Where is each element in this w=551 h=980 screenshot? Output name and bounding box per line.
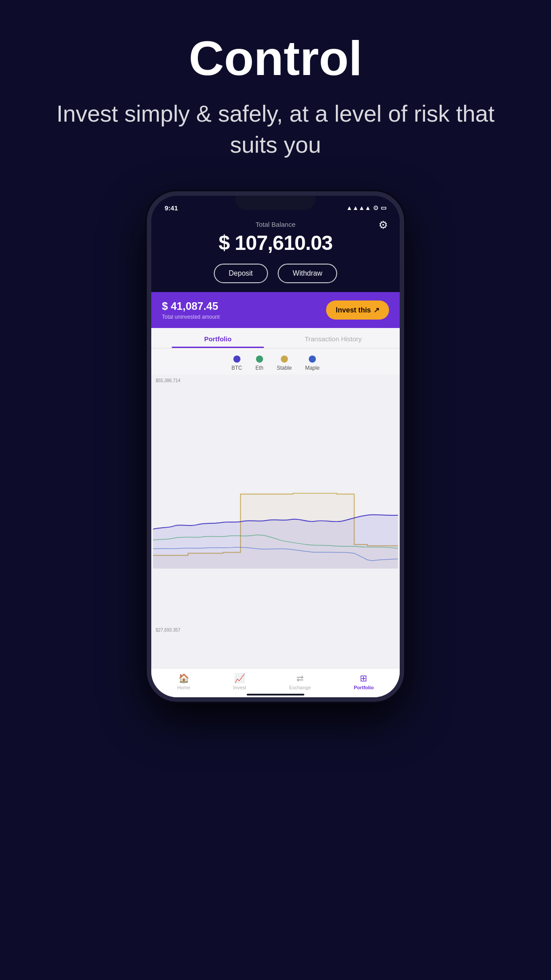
stable-dot [281, 356, 288, 363]
invest-this-button[interactable]: Invest this ↗ [326, 300, 389, 320]
banner-info: $ 41,087.45 Total uninvested amount [162, 300, 220, 320]
balance-amount: $ 107,610.03 [163, 231, 388, 255]
bottom-nav: 🏠 Home 📈 Invest ⇄ Exchange ⊞ Portfolio [151, 668, 400, 697]
invest-icon: 📈 [234, 673, 245, 684]
deposit-button[interactable]: Deposit [214, 264, 268, 283]
page-subtitle: Invest simply & safely, at a level of ri… [44, 98, 507, 160]
chart-svg [153, 375, 398, 666]
notch [236, 196, 315, 210]
invest-banner: $ 41,087.45 Total uninvested amount Inve… [151, 292, 400, 328]
legend-item-eth: Eth [256, 356, 264, 371]
banner-amount: $ 41,087.45 [162, 300, 220, 312]
settings-button[interactable]: ⚙ [378, 219, 388, 231]
portfolio-section: Portfolio Transaction History BTC [151, 328, 400, 697]
nav-portfolio-label: Portfolio [354, 685, 374, 690]
home-icon: 🏠 [178, 673, 189, 684]
stable-label: Stable [277, 365, 292, 371]
nav-item-invest[interactable]: 📈 Invest [233, 673, 246, 690]
portfolio-icon: ⊞ [360, 673, 367, 684]
btc-label: BTC [232, 365, 242, 371]
eth-label: Eth [256, 365, 264, 371]
phone-frame: 9:41 ▲▲▲▲ ⊙ ▭ ⚙ Total Balance $ 107,610.… [147, 191, 404, 702]
page-header: Control Invest simply & safely, at a lev… [0, 0, 551, 178]
status-icons: ▲▲▲▲ ⊙ ▭ [346, 204, 386, 211]
eth-dot [256, 356, 263, 363]
signal-icon: ▲▲▲▲ [346, 204, 371, 211]
action-buttons: Deposit Withdraw [163, 264, 388, 283]
tab-portfolio[interactable]: Portfolio [160, 328, 276, 348]
legend-item-stable: Stable [277, 356, 292, 371]
legend-item-maple: Maple [305, 356, 320, 371]
balance-label: Total Balance [163, 221, 388, 228]
btc-dot [233, 356, 240, 363]
battery-icon: ▭ [381, 204, 386, 211]
page-background: Control Invest simply & safely, at a lev… [0, 0, 551, 980]
page-title: Control [44, 31, 507, 85]
banner-label: Total uninvested amount [162, 314, 220, 320]
nav-invest-label: Invest [233, 685, 246, 690]
withdraw-button[interactable]: Withdraw [278, 264, 338, 283]
tabs-row: Portfolio Transaction History [151, 328, 400, 348]
balance-section: ⚙ Total Balance $ 107,610.03 Deposit Wit… [151, 214, 400, 292]
legend-item-btc: BTC [232, 356, 242, 371]
maple-dot [309, 356, 316, 363]
exchange-icon: ⇄ [296, 673, 304, 684]
nav-item-exchange[interactable]: ⇄ Exchange [289, 673, 311, 690]
maple-label: Maple [305, 365, 320, 371]
invest-this-label: Invest this [336, 306, 371, 314]
wifi-icon: ⊙ [373, 204, 378, 211]
phone-screen: ⚙ Total Balance $ 107,610.03 Deposit Wit… [151, 214, 400, 697]
nav-exchange-label: Exchange [289, 685, 311, 690]
tabs-container: Portfolio Transaction History [151, 328, 400, 348]
chart-area: $55,386.714 $27,693.357 [151, 375, 400, 668]
home-indicator [247, 694, 304, 695]
nav-item-portfolio[interactable]: ⊞ Portfolio [354, 673, 374, 690]
invest-arrow-icon: ↗ [374, 306, 379, 314]
chart-y-bottom: $27,693.357 [156, 628, 181, 632]
nav-item-home[interactable]: 🏠 Home [177, 673, 190, 690]
chart-legend: BTC Eth Stable Maple [151, 348, 400, 375]
nav-home-label: Home [177, 685, 190, 690]
status-time: 9:41 [165, 204, 178, 212]
tab-transaction-history[interactable]: Transaction History [276, 328, 391, 348]
chart-y-top: $55,386.714 [156, 378, 181, 383]
